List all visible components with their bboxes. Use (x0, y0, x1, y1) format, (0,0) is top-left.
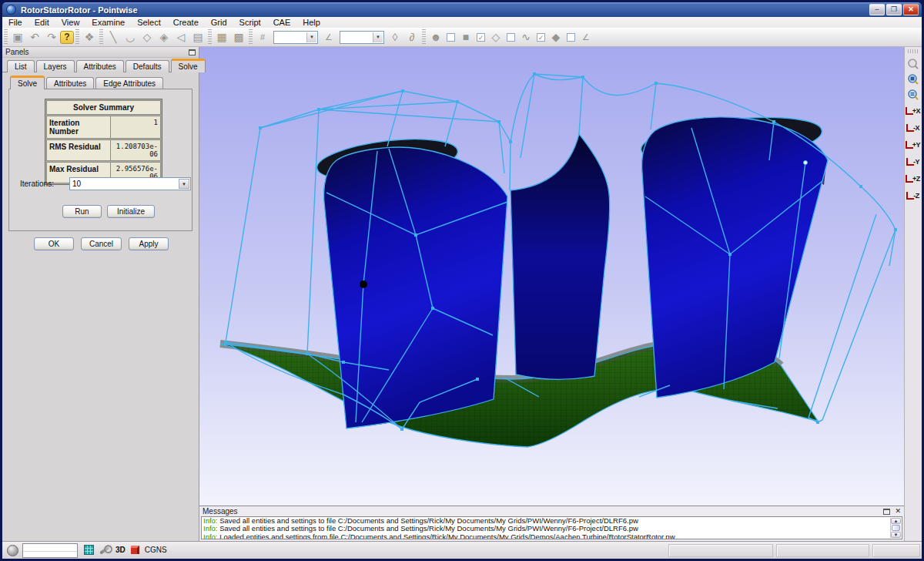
connector-checkbox[interactable]: ✓ (537, 33, 545, 42)
zoom-actual-icon[interactable] (905, 87, 921, 102)
selected-node[interactable] (804, 161, 808, 165)
angle-icon[interactable]: ∠ (320, 29, 337, 45)
close-icon[interactable]: ✕ (895, 508, 901, 515)
dimension-icon[interactable]: # (254, 29, 271, 45)
chevron-down-icon[interactable]: ▼ (179, 179, 189, 189)
scrollbar-thumb[interactable] (892, 525, 900, 531)
probe-point[interactable] (360, 280, 367, 288)
toolbar-grip[interactable] (249, 29, 253, 45)
ok-button[interactable]: OK (34, 237, 74, 250)
messages-panel: Messages ✕ Info: Saved all entities and … (199, 506, 904, 541)
minimize-button[interactable]: – (869, 4, 885, 15)
window-title: RotorStatorRotor - Pointwise (21, 5, 138, 15)
menu-edit[interactable]: Edit (28, 18, 55, 28)
derivative-icon[interactable]: ∂ (403, 29, 420, 45)
chevron-down-icon[interactable]: ▼ (306, 32, 316, 42)
tab-defaults[interactable]: Defaults (126, 60, 169, 72)
create-segment-icon[interactable]: ╲ (105, 29, 122, 45)
view-plus-x-button[interactable]: +X (905, 102, 921, 119)
apply-button[interactable]: Apply (129, 237, 169, 250)
project-icon[interactable]: ◊ (387, 29, 403, 45)
cancel-button[interactable]: Cancel (81, 237, 122, 250)
view-minus-y-button[interactable]: -Y (905, 153, 921, 170)
mask-icon[interactable]: ☻ (427, 29, 444, 45)
menu-select[interactable]: Select (131, 18, 167, 28)
menu-file[interactable]: File (2, 18, 28, 28)
messages-title: Messages (203, 507, 238, 516)
database-visibility-icon[interactable]: ◆ (547, 29, 564, 45)
solver-summary-title: Solver Summary (46, 100, 161, 115)
create-surface-icon[interactable]: ◇ (139, 29, 156, 45)
scroll-up-icon[interactable]: ▲ (891, 518, 901, 524)
toolbar-grip[interactable] (422, 29, 426, 45)
blade-left (315, 133, 507, 428)
pointwise-window: RotorStatorRotor - Pointwise – ❐ ✕ File … (0, 0, 924, 561)
structured-grid-icon[interactable]: ▦ (213, 29, 230, 45)
create-domain-icon[interactable]: ◈ (156, 29, 172, 45)
menu-examine[interactable]: Examine (85, 18, 131, 28)
layers-add-icon[interactable]: ❖ (81, 29, 98, 45)
tool-icon (99, 546, 110, 554)
block-checkbox[interactable]: ✓ (477, 33, 485, 42)
tab-attributes[interactable]: Attributes (76, 60, 124, 72)
help-icon[interactable]: ? (60, 31, 74, 44)
undo-icon[interactable]: ↶ (26, 29, 43, 45)
toolbar-grip[interactable] (75, 29, 79, 45)
view-minus-x-button[interactable]: -X (905, 119, 921, 136)
tab-list[interactable]: List (7, 60, 35, 72)
scrollbar[interactable]: ▲ ▼ (890, 518, 901, 538)
domain-visibility-icon[interactable]: ◇ (487, 29, 504, 45)
statusbar: 3D CGNS (2, 541, 922, 559)
float-panel-icon[interactable] (189, 49, 196, 55)
menu-view[interactable]: View (55, 18, 86, 28)
menu-script[interactable]: Script (233, 18, 267, 28)
menu-help[interactable]: Help (296, 18, 326, 28)
toolbar-grip[interactable] (99, 29, 103, 45)
subtab-edge-attributes[interactable]: Edge Attributes (95, 77, 163, 89)
3d-viewport[interactable] (199, 47, 904, 506)
create-curve-icon[interactable]: ◡ (122, 29, 139, 45)
save-icon[interactable]: ▣ (9, 29, 26, 45)
connector-visibility-icon[interactable]: ∿ (517, 29, 534, 45)
toolbar-grip[interactable] (208, 29, 212, 45)
subtab-attributes[interactable]: Attributes (46, 77, 94, 89)
view-minus-z-button[interactable]: -Z (905, 187, 921, 204)
view-plus-z-button[interactable]: +Z (905, 170, 921, 187)
menu-grid[interactable]: Grid (205, 18, 233, 28)
dimension-combo[interactable]: ▼ (273, 31, 318, 44)
angle-combo[interactable]: ▼ (340, 31, 384, 44)
redo-icon[interactable]: ↷ (43, 29, 60, 45)
status-cell (668, 544, 773, 557)
database-checkbox[interactable] (567, 33, 575, 42)
zoom-extents-icon[interactable] (905, 72, 921, 87)
tab-solve[interactable]: Solve (171, 59, 206, 72)
unstructured-grid-icon[interactable]: ▩ (230, 29, 247, 45)
status-sphere-icon (7, 545, 18, 556)
block-visibility-icon[interactable]: ■ (457, 29, 474, 45)
mask-checkbox[interactable] (447, 33, 455, 42)
toolbar-grip[interactable] (4, 29, 8, 45)
domain-checkbox[interactable] (507, 33, 515, 42)
subtab-solve[interactable]: Solve (10, 76, 45, 89)
create-fan-icon[interactable]: ◁ (172, 29, 189, 45)
tab-layers[interactable]: Layers (36, 60, 75, 72)
float-panel-icon[interactable] (883, 509, 890, 515)
titlebar[interactable]: RotorStatorRotor - Pointwise – ❐ ✕ (2, 2, 922, 17)
menu-create[interactable]: Create (167, 18, 205, 28)
create-block-icon[interactable]: ▤ (189, 29, 206, 45)
toolbar-grip[interactable] (908, 49, 919, 53)
solver-summary-table: Solver Summary Iteration Number 1 RMS Re… (45, 99, 162, 185)
spacing-icon[interactable]: ∠ (578, 29, 594, 45)
iterations-combo[interactable]: 10 ▼ (69, 177, 191, 190)
close-button[interactable]: ✕ (903, 4, 919, 15)
view-plus-y-button[interactable]: +Y (905, 136, 921, 153)
chevron-down-icon[interactable]: ▼ (373, 32, 383, 42)
dimension-indicator: 3D (116, 546, 126, 554)
status-input[interactable] (22, 543, 78, 558)
initialize-button[interactable]: Initialize (107, 205, 155, 218)
run-button[interactable]: Run (62, 205, 102, 218)
restore-button[interactable]: ❐ (886, 4, 902, 15)
scroll-down-icon[interactable]: ▼ (891, 532, 901, 538)
zoom-in-icon[interactable] (905, 56, 921, 72)
menu-cae[interactable]: CAE (267, 18, 297, 28)
